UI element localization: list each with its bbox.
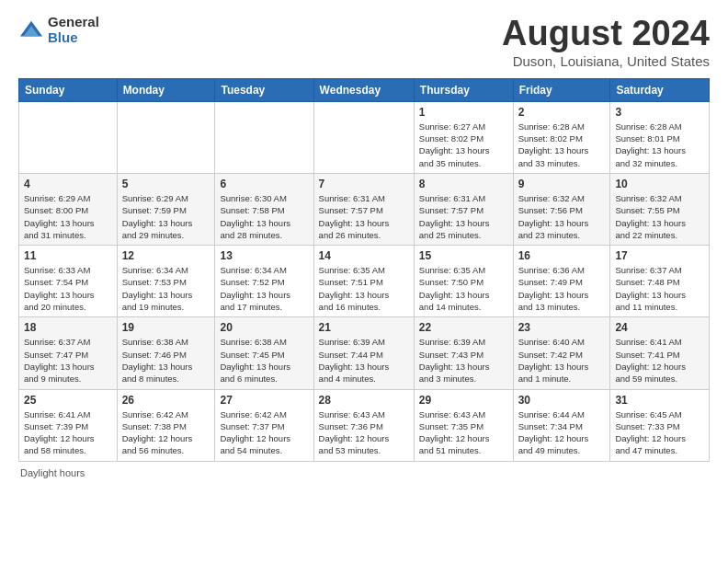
- day-info: Sunrise: 6:36 AM Sunset: 7:49 PM Dayligh…: [518, 264, 606, 313]
- day-info: Sunrise: 6:34 AM Sunset: 7:53 PM Dayligh…: [122, 264, 210, 313]
- day-number: 14: [319, 249, 409, 262]
- day-info: Sunrise: 6:29 AM Sunset: 7:59 PM Dayligh…: [122, 192, 210, 241]
- calendar-cell: 8Sunrise: 6:31 AM Sunset: 7:57 PM Daylig…: [414, 173, 513, 245]
- day-number: 31: [615, 394, 704, 407]
- day-info: Sunrise: 6:40 AM Sunset: 7:42 PM Dayligh…: [518, 336, 606, 385]
- day-info: Sunrise: 6:29 AM Sunset: 8:00 PM Dayligh…: [24, 192, 112, 241]
- day-info: Sunrise: 6:32 AM Sunset: 7:56 PM Dayligh…: [518, 192, 606, 241]
- day-info: Sunrise: 6:37 AM Sunset: 7:48 PM Dayligh…: [615, 264, 704, 313]
- week-row-2: 4Sunrise: 6:29 AM Sunset: 8:00 PM Daylig…: [19, 173, 710, 245]
- calendar-cell: 27Sunrise: 6:42 AM Sunset: 7:37 PM Dayli…: [215, 389, 313, 461]
- calendar-cell: 15Sunrise: 6:35 AM Sunset: 7:50 PM Dayli…: [414, 246, 513, 317]
- day-number: 18: [24, 321, 112, 334]
- day-info: Sunrise: 6:44 AM Sunset: 7:34 PM Dayligh…: [518, 408, 606, 457]
- day-number: 20: [220, 321, 308, 334]
- header-row: SundayMondayTuesdayWednesdayThursdayFrid…: [19, 78, 710, 101]
- day-number: 28: [319, 394, 409, 407]
- day-info: Sunrise: 6:31 AM Sunset: 7:57 PM Dayligh…: [319, 192, 409, 241]
- day-number: 9: [518, 178, 606, 190]
- day-info: Sunrise: 6:43 AM Sunset: 7:36 PM Dayligh…: [319, 408, 409, 457]
- day-number: 15: [419, 249, 508, 262]
- calendar-cell: [313, 101, 414, 173]
- header-day-wednesday: Wednesday: [313, 78, 414, 101]
- header-day-friday: Friday: [513, 78, 610, 101]
- header-day-saturday: Saturday: [610, 78, 710, 101]
- calendar-cell: [117, 101, 215, 173]
- day-number: 1: [419, 106, 508, 119]
- day-info: Sunrise: 6:42 AM Sunset: 7:37 PM Dayligh…: [220, 408, 308, 457]
- calendar-cell: 5Sunrise: 6:29 AM Sunset: 7:59 PM Daylig…: [117, 173, 215, 245]
- logo-blue-text: Blue: [48, 30, 99, 46]
- calendar-cell: 22Sunrise: 6:39 AM Sunset: 7:43 PM Dayli…: [414, 317, 513, 389]
- day-info: Sunrise: 6:39 AM Sunset: 7:43 PM Dayligh…: [419, 336, 508, 385]
- calendar-cell: 19Sunrise: 6:38 AM Sunset: 7:46 PM Dayli…: [117, 317, 215, 389]
- week-row-3: 11Sunrise: 6:33 AM Sunset: 7:54 PM Dayli…: [19, 246, 710, 317]
- calendar-cell: 1Sunrise: 6:27 AM Sunset: 8:02 PM Daylig…: [414, 101, 513, 173]
- day-number: 29: [419, 394, 508, 407]
- calendar-cell: 7Sunrise: 6:31 AM Sunset: 7:57 PM Daylig…: [313, 173, 414, 245]
- page: General Blue August 2024 Duson, Louisian…: [0, 0, 728, 488]
- footer: Daylight hours: [18, 467, 710, 478]
- logo-general-text: General: [48, 15, 99, 30]
- day-info: Sunrise: 6:43 AM Sunset: 7:35 PM Dayligh…: [419, 408, 508, 457]
- logo-icon: [18, 17, 44, 43]
- header-day-monday: Monday: [117, 78, 215, 101]
- logo-text: General Blue: [48, 15, 99, 45]
- calendar-cell: 21Sunrise: 6:39 AM Sunset: 7:44 PM Dayli…: [313, 317, 414, 389]
- calendar-body: 1Sunrise: 6:27 AM Sunset: 8:02 PM Daylig…: [19, 101, 710, 461]
- day-number: 3: [615, 106, 704, 119]
- calendar-cell: 14Sunrise: 6:35 AM Sunset: 7:51 PM Dayli…: [313, 246, 414, 317]
- day-info: Sunrise: 6:37 AM Sunset: 7:47 PM Dayligh…: [24, 336, 112, 385]
- day-number: 6: [220, 178, 308, 190]
- day-number: 12: [122, 249, 210, 262]
- calendar-cell: 31Sunrise: 6:45 AM Sunset: 7:33 PM Dayli…: [610, 389, 710, 461]
- calendar-cell: 24Sunrise: 6:41 AM Sunset: 7:41 PM Dayli…: [610, 317, 710, 389]
- day-number: 5: [122, 178, 210, 190]
- day-number: 7: [319, 178, 409, 190]
- day-info: Sunrise: 6:33 AM Sunset: 7:54 PM Dayligh…: [24, 264, 112, 313]
- day-number: 8: [419, 178, 508, 190]
- calendar-cell: 9Sunrise: 6:32 AM Sunset: 7:56 PM Daylig…: [513, 173, 610, 245]
- calendar-cell: 2Sunrise: 6:28 AM Sunset: 8:02 PM Daylig…: [513, 101, 610, 173]
- calendar-header: SundayMondayTuesdayWednesdayThursdayFrid…: [19, 78, 710, 101]
- calendar-cell: 23Sunrise: 6:40 AM Sunset: 7:42 PM Dayli…: [513, 317, 610, 389]
- calendar-cell: 11Sunrise: 6:33 AM Sunset: 7:54 PM Dayli…: [19, 246, 118, 317]
- day-info: Sunrise: 6:41 AM Sunset: 7:39 PM Dayligh…: [24, 408, 112, 457]
- day-info: Sunrise: 6:45 AM Sunset: 7:33 PM Dayligh…: [615, 408, 704, 457]
- calendar-cell: 28Sunrise: 6:43 AM Sunset: 7:36 PM Dayli…: [313, 389, 414, 461]
- header-day-sunday: Sunday: [19, 78, 118, 101]
- day-number: 16: [518, 249, 606, 262]
- week-row-1: 1Sunrise: 6:27 AM Sunset: 8:02 PM Daylig…: [19, 101, 710, 173]
- day-number: 26: [122, 394, 210, 407]
- calendar-cell: 10Sunrise: 6:32 AM Sunset: 7:55 PM Dayli…: [610, 173, 710, 245]
- calendar-cell: 29Sunrise: 6:43 AM Sunset: 7:35 PM Dayli…: [414, 389, 513, 461]
- day-number: 11: [24, 249, 112, 262]
- day-info: Sunrise: 6:38 AM Sunset: 7:46 PM Dayligh…: [122, 336, 210, 385]
- day-info: Sunrise: 6:30 AM Sunset: 7:58 PM Dayligh…: [220, 192, 308, 241]
- day-number: 10: [615, 178, 704, 190]
- day-number: 2: [518, 106, 606, 119]
- header-day-thursday: Thursday: [414, 78, 513, 101]
- calendar-cell: [19, 101, 118, 173]
- header-day-tuesday: Tuesday: [215, 78, 313, 101]
- day-number: 21: [319, 321, 409, 334]
- location: Duson, Louisiana, United States: [502, 53, 710, 69]
- day-info: Sunrise: 6:39 AM Sunset: 7:44 PM Dayligh…: [319, 336, 409, 385]
- calendar-cell: [215, 101, 313, 173]
- day-info: Sunrise: 6:28 AM Sunset: 8:01 PM Dayligh…: [615, 121, 704, 169]
- calendar: SundayMondayTuesdayWednesdayThursdayFrid…: [18, 78, 710, 462]
- week-row-5: 25Sunrise: 6:41 AM Sunset: 7:39 PM Dayli…: [19, 389, 710, 461]
- day-number: 25: [24, 394, 112, 407]
- daylight-label: Daylight hours: [20, 467, 85, 478]
- day-info: Sunrise: 6:32 AM Sunset: 7:55 PM Dayligh…: [615, 192, 704, 241]
- day-number: 23: [518, 321, 606, 334]
- day-info: Sunrise: 6:35 AM Sunset: 7:51 PM Dayligh…: [319, 264, 409, 313]
- day-info: Sunrise: 6:42 AM Sunset: 7:38 PM Dayligh…: [122, 408, 210, 457]
- day-number: 19: [122, 321, 210, 334]
- title-block: August 2024 Duson, Louisiana, United Sta…: [502, 15, 710, 69]
- day-number: 27: [220, 394, 308, 407]
- day-info: Sunrise: 6:28 AM Sunset: 8:02 PM Dayligh…: [518, 121, 606, 169]
- calendar-cell: 16Sunrise: 6:36 AM Sunset: 7:49 PM Dayli…: [513, 246, 610, 317]
- calendar-cell: 20Sunrise: 6:38 AM Sunset: 7:45 PM Dayli…: [215, 317, 313, 389]
- calendar-cell: 17Sunrise: 6:37 AM Sunset: 7:48 PM Dayli…: [610, 246, 710, 317]
